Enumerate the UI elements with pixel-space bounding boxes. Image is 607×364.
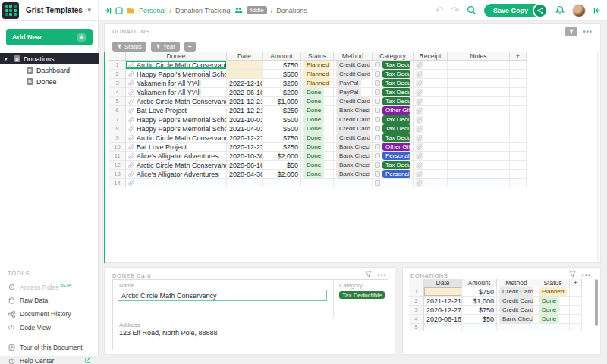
cell-donee[interactable]: Arctic Circle Math Conservancy: [126, 97, 227, 106]
breadcrumb-workspace[interactable]: Personal: [139, 7, 166, 14]
row-number[interactable]: 11: [109, 152, 126, 161]
cell-status[interactable]: Done: [536, 306, 570, 315]
search-icon[interactable]: [467, 5, 476, 15]
cell-notes[interactable]: [448, 61, 510, 70]
cell-notes[interactable]: [448, 97, 510, 106]
name-field-value[interactable]: Arctic Circle Math Conservancy: [118, 290, 327, 301]
cell-date[interactable]: 2020-10-30: [227, 152, 263, 161]
cell-donee[interactable]: Alice's Alligator Adventures: [126, 170, 227, 179]
cell-date[interactable]: [227, 70, 263, 79]
cell-amount[interactable]: $250: [263, 106, 301, 115]
cell-receipt[interactable]: [414, 97, 448, 106]
cell-amount[interactable]: $200: [263, 79, 301, 88]
cell-donee[interactable]: Bat Love Project: [126, 106, 227, 115]
cell-method[interactable]: Bank Check: [334, 106, 373, 115]
cell-receipt[interactable]: [414, 124, 448, 133]
category-field-value[interactable]: Tax Deductible: [339, 290, 385, 299]
cell-amount[interactable]: $750: [263, 61, 301, 70]
add-new-button[interactable]: Add New +: [6, 29, 93, 46]
cell-receipt[interactable]: [414, 161, 448, 170]
cell-receipt[interactable]: [414, 170, 448, 179]
cell-notes[interactable]: [448, 170, 510, 179]
cell-notes[interactable]: [448, 152, 510, 161]
cell-status[interactable]: Done: [301, 152, 334, 161]
grist-logo-icon[interactable]: [2, 2, 19, 19]
cell-extra[interactable]: [510, 179, 527, 187]
filter-pill-year[interactable]: Year: [151, 42, 180, 52]
cell-amount[interactable]: $750: [263, 133, 301, 143]
column-header-status[interactable]: Status: [536, 279, 570, 287]
column-header-method[interactable]: Method: [497, 279, 536, 287]
cell-notes[interactable]: [448, 133, 510, 143]
cell-date[interactable]: 2020-12-27: [227, 143, 263, 152]
cell-amount[interactable]: $50: [263, 161, 301, 170]
cell-method[interactable]: Credit Card: [497, 306, 536, 315]
panel-toggle-right-icon[interactable]: [593, 7, 601, 14]
cell-status[interactable]: Done: [536, 297, 570, 306]
cell-category[interactable]: Personal: [373, 152, 414, 161]
cell-amount[interactable]: $200: [263, 88, 301, 97]
cell-date[interactable]: [424, 324, 462, 331]
cell-donee[interactable]: Arctic Circle Math Conservancy: [126, 161, 227, 170]
row-number[interactable]: 1: [409, 287, 424, 297]
cell-method[interactable]: Bank Check: [334, 170, 373, 179]
filter-icon[interactable]: [569, 271, 576, 279]
cell-status[interactable]: Done: [536, 315, 570, 324]
cell-extra[interactable]: [510, 88, 527, 97]
cell-date[interactable]: 2020-06-16: [424, 315, 462, 324]
row-number[interactable]: 10: [109, 143, 126, 152]
cell-category[interactable]: Tax Deductible: [373, 161, 414, 170]
sidebar-page-donee[interactable]: DDonee: [0, 76, 99, 87]
cell-category[interactable]: Tax Deductible: [373, 88, 414, 97]
cell-notes[interactable]: [448, 143, 510, 152]
cell-donee[interactable]: Bat Love Project: [126, 143, 227, 152]
cell-notes[interactable]: [448, 70, 510, 79]
tool-code-view[interactable]: Code View: [0, 321, 99, 334]
row-number[interactable]: 8: [109, 124, 126, 133]
cell-extra[interactable]: [510, 70, 527, 79]
workspace-name[interactable]: Grist Templates: [26, 6, 83, 14]
column-header-category[interactable]: Category: [373, 52, 414, 61]
cell-extra[interactable]: [510, 79, 527, 88]
cell-method[interactable]: PayPal: [334, 88, 373, 97]
cell-date[interactable]: 2020-12-27: [424, 306, 462, 315]
cell-method[interactable]: Bank Check: [334, 161, 373, 170]
cell-date[interactable]: 2021-12-21: [227, 97, 263, 106]
cell-notes[interactable]: [448, 106, 510, 115]
cell-status[interactable]: Planned: [301, 70, 334, 79]
share-icon[interactable]: [533, 3, 548, 18]
cell-method[interactable]: Credit Card: [497, 287, 536, 297]
cell-status[interactable]: Done: [301, 133, 334, 143]
cell-category[interactable]: Personal: [373, 170, 414, 179]
cell-extra[interactable]: [570, 315, 582, 324]
section-menu-icon[interactable]: •••: [582, 271, 591, 279]
cell-extra[interactable]: [570, 324, 582, 331]
cell-method[interactable]: Credit Card: [497, 297, 536, 306]
row-number[interactable]: 4: [409, 315, 424, 324]
cell-date[interactable]: 2021-10-01: [227, 115, 263, 124]
cell-category[interactable]: Tax Deductible: [373, 124, 414, 133]
cell-amount[interactable]: $500: [263, 124, 301, 133]
cell-status[interactable]: Done: [301, 170, 334, 179]
cell-extra[interactable]: [510, 143, 527, 152]
cell-receipt[interactable]: [414, 79, 448, 88]
cell-notes[interactable]: [448, 88, 510, 97]
cell-receipt[interactable]: [414, 115, 448, 124]
row-number-header[interactable]: [109, 52, 126, 61]
cell-method[interactable]: PayPal: [334, 79, 373, 88]
cell-method[interactable]: [497, 324, 536, 331]
save-copy-button[interactable]: Save Copy: [484, 3, 548, 18]
workspace-switcher[interactable]: Grist Templates ▼: [0, 0, 99, 20]
cell-donee[interactable]: Happy Pappi's Memorial Scholars...: [126, 115, 227, 124]
column-header-amount[interactable]: Amount: [462, 279, 497, 287]
cell-extra[interactable]: [510, 124, 527, 133]
sidebar-page-dashboard[interactable]: DDashboard: [0, 64, 99, 76]
tool-access-rules[interactable]: Access RulesBETA: [0, 280, 99, 293]
cell-category[interactable]: Tax Deductible: [373, 79, 414, 88]
cell-notes[interactable]: [448, 161, 510, 170]
cell-extra[interactable]: [510, 170, 527, 179]
cell-method[interactable]: Credit Card: [334, 124, 373, 133]
column-header-notes[interactable]: Notes: [448, 52, 510, 61]
cell-method[interactable]: Credit Card: [334, 97, 373, 106]
cell-donee[interactable]: Happy Pappi's Memorial Scholars...: [126, 70, 227, 79]
